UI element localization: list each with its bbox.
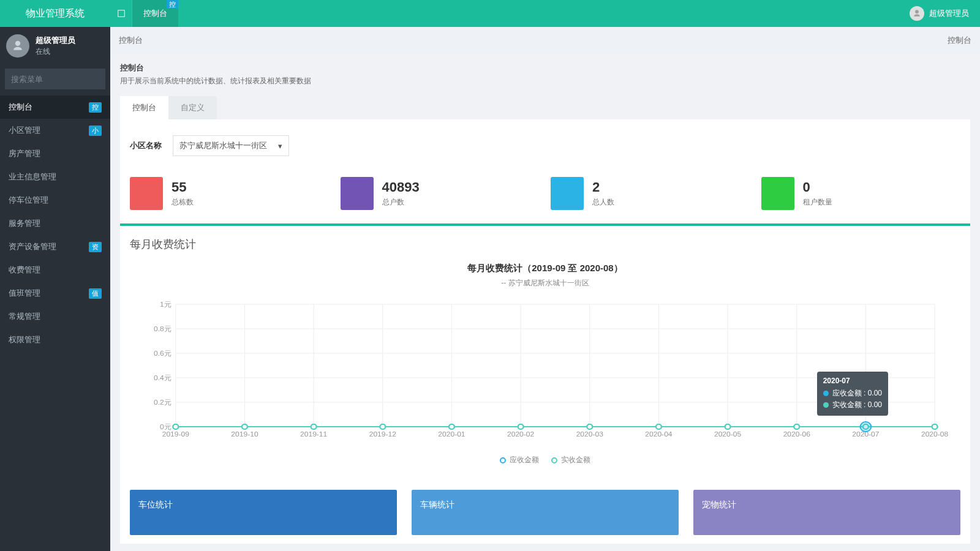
sidebar-item-label: 权限管理 — [9, 334, 40, 345]
sidebar-item-label: 资产设备管理 — [9, 241, 56, 252]
community-select[interactable]: 苏宁威尼斯水城十一街区 ▾ — [173, 135, 289, 156]
select-value: 苏宁威尼斯水城十一街区 — [179, 140, 267, 151]
sidebar-item-0[interactable]: 控制台控 — [0, 96, 110, 119]
legend-item[interactable]: 应收金额 — [500, 455, 539, 465]
sidebar-item-badge: 控 — [89, 102, 102, 113]
sidebar-item-10[interactable]: 权限管理 — [0, 328, 110, 351]
stat-value: 0 — [803, 179, 832, 195]
svg-rect-0 — [118, 10, 124, 17]
sidebar-user: 超级管理员 在线 — [0, 27, 110, 65]
inner-tabs: 控制台自定义 — [120, 96, 970, 119]
svg-point-56 — [656, 424, 662, 429]
stat-card-1: 40893 总户数 — [341, 177, 540, 210]
hamburger-icon[interactable] — [110, 0, 132, 27]
svg-text:2020-02: 2020-02 — [507, 430, 534, 437]
bottom-card-0[interactable]: 车位统计 — [130, 490, 397, 535]
svg-point-50 — [242, 424, 247, 429]
sidebar-item-label: 常规管理 — [9, 311, 40, 322]
sidebar-item-3[interactable]: 业主信息管理 — [0, 165, 110, 189]
stat-label: 租户数量 — [803, 197, 832, 208]
svg-point-49 — [173, 424, 178, 429]
stat-label: 总人数 — [592, 197, 614, 208]
sidebar-item-8[interactable]: 值班管理值 — [0, 282, 110, 305]
sidebar-item-label: 服务管理 — [9, 218, 40, 229]
sidebar-item-4[interactable]: 停车位管理 — [0, 189, 110, 212]
sidebar-search — [5, 69, 105, 89]
chevron-down-icon: ▾ — [278, 141, 282, 151]
bottom-cards: 车位统计车辆统计宠物统计 — [130, 484, 960, 535]
sidebar-item-7[interactable]: 收费管理 — [0, 258, 110, 282]
svg-text:2020-01: 2020-01 — [438, 430, 465, 437]
svg-text:2020-08: 2020-08 — [921, 430, 948, 437]
sidebar-item-6[interactable]: 资产设备管理资 — [0, 235, 110, 258]
legend-marker-icon — [551, 457, 557, 463]
topbar-tab-label: 控制台 — [143, 8, 167, 19]
stat-value: 40893 — [382, 179, 420, 195]
stat-card-2: 2 总人数 — [551, 177, 750, 210]
svg-point-55 — [587, 424, 592, 429]
svg-text:0.4元: 0.4元 — [154, 374, 172, 381]
tooltip-row: 实收金额 : 0.00 — [823, 399, 882, 411]
sidebar-item-label: 收费管理 — [9, 264, 40, 276]
sidebar-item-badge: 资 — [89, 242, 102, 252]
svg-text:2020-04: 2020-04 — [645, 430, 673, 437]
search-input[interactable] — [5, 69, 105, 89]
topbar-tab-badge: 控 — [167, 0, 178, 9]
sidebar-item-5[interactable]: 服务管理 — [0, 212, 110, 235]
svg-point-53 — [449, 424, 454, 429]
svg-point-58 — [794, 424, 799, 429]
stat-color-box — [551, 177, 584, 210]
sidebar-item-label: 业主信息管理 — [9, 171, 56, 182]
divider — [120, 223, 970, 226]
svg-text:2019-11: 2019-11 — [300, 430, 327, 437]
topbar-username: 超级管理员 — [929, 8, 969, 19]
inner-tab-0[interactable]: 控制台 — [120, 96, 168, 119]
svg-point-54 — [518, 424, 524, 429]
topbar: 物业管理系统 控制台 控 超级管理员 — [0, 0, 980, 27]
sidebar-user-status: 在线 — [36, 47, 75, 57]
inner-tab-1[interactable]: 自定义 — [168, 96, 217, 119]
stat-color-box — [761, 177, 794, 210]
chart-legend: 应收金额实收金额 — [142, 455, 948, 465]
svg-text:2020-03: 2020-03 — [576, 430, 603, 437]
sidebar-username: 超级管理员 — [36, 35, 75, 46]
stats-row: 55 总栋数 40893 总户数 2 总人数 0 租户数量 — [130, 166, 960, 223]
sidebar-item-label: 小区管理 — [9, 125, 40, 136]
filter-label: 小区名称 — [130, 140, 162, 151]
sidebar-item-1[interactable]: 小区管理小 — [0, 119, 110, 142]
svg-text:2020-05: 2020-05 — [714, 430, 741, 437]
bottom-card-2[interactable]: 宠物统计 — [693, 490, 960, 535]
svg-text:0元: 0元 — [160, 423, 172, 430]
main: 控制台 控制台 控制台 用于展示当前系统中的统计数据、统计报表及相关重要数据 控… — [110, 27, 980, 551]
svg-text:2020-06: 2020-06 — [783, 430, 810, 437]
svg-point-60 — [932, 424, 938, 429]
sidebar-item-badge: 小 — [89, 126, 102, 136]
sidebar-item-badge: 值 — [89, 288, 102, 299]
app-title: 物业管理系统 — [0, 7, 110, 20]
stat-label: 总栋数 — [172, 197, 194, 208]
legend-item[interactable]: 实收金额 — [551, 455, 590, 465]
chart: 每月收费统计（2019-09 至 2020-08） -- 苏宁威尼斯水城十一街区… — [130, 257, 960, 484]
svg-point-52 — [380, 424, 385, 429]
bottom-card-1[interactable]: 车辆统计 — [412, 490, 679, 535]
chart-tooltip: 2020-07 应收金额 : 0.00实收金额 : 0.00 — [817, 372, 888, 416]
user-avatar-icon — [910, 6, 924, 21]
panel-header: 控制台 用于展示当前系统中的统计数据、统计报表及相关重要数据 — [120, 54, 970, 96]
tooltip-row: 应收金额 : 0.00 — [823, 388, 882, 399]
topbar-user[interactable]: 超级管理员 — [910, 6, 969, 21]
sidebar-item-2[interactable]: 房产管理 — [0, 142, 110, 165]
svg-text:2019-09: 2019-09 — [162, 430, 189, 437]
svg-text:0.8元: 0.8元 — [154, 325, 172, 332]
topbar-tab[interactable]: 控制台 控 — [132, 0, 178, 27]
stat-card-3: 0 租户数量 — [761, 177, 961, 210]
stat-value: 55 — [172, 179, 194, 195]
svg-point-51 — [311, 424, 317, 429]
svg-text:0.6元: 0.6元 — [154, 350, 172, 356]
breadcrumb: 控制台 控制台 — [110, 27, 980, 54]
panel-desc: 用于展示当前系统中的统计数据、统计报表及相关重要数据 — [120, 76, 970, 86]
chart-subtitle: -- 苏宁威尼斯水城十一街区 — [142, 278, 948, 288]
chart-title: 每月收费统计（2019-09 至 2020-08） — [142, 263, 948, 274]
filter-row: 小区名称 苏宁威尼斯水城十一街区 ▾ — [130, 128, 960, 166]
sidebar-item-9[interactable]: 常规管理 — [0, 305, 110, 328]
legend-marker-icon — [500, 457, 506, 463]
